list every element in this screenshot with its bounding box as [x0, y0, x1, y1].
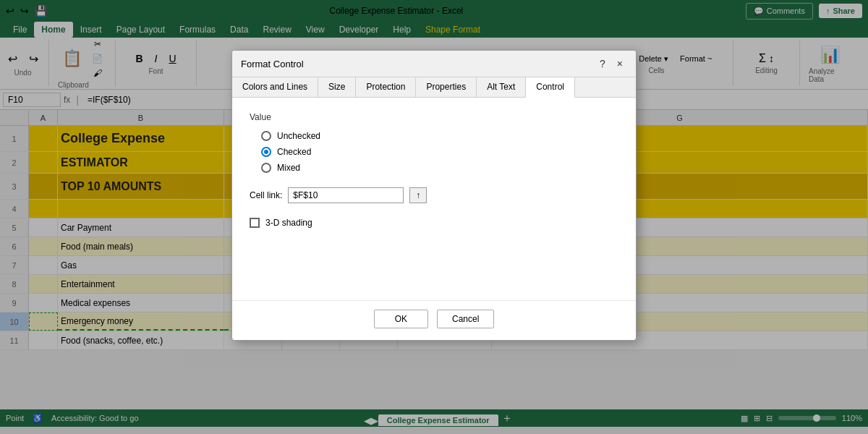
close-button[interactable]: × — [613, 56, 627, 71]
help-button[interactable]: ? — [595, 56, 610, 71]
radio-unchecked[interactable]: Unchecked — [261, 131, 618, 141]
radio-checked-label: Checked — [277, 147, 311, 157]
modal-overlay: Format Control ? × Colors and Lines Size… — [0, 0, 868, 434]
modal-body: Value Unchecked Checked Mixed — [232, 98, 636, 300]
modal-tabs: Colors and Lines Size Protection Propert… — [232, 77, 636, 98]
tab-size[interactable]: Size — [318, 77, 356, 97]
cancel-button[interactable]: Cancel — [437, 310, 494, 328]
radio-checked[interactable]: Checked — [261, 147, 618, 157]
radio-mixed[interactable]: Mixed — [261, 163, 618, 173]
format-control-dialog: Format Control ? × Colors and Lines Size… — [231, 50, 637, 341]
cell-link-input[interactable] — [288, 187, 404, 203]
radio-circle-mixed — [261, 163, 271, 173]
checkbox-3d-row: 3-D shading — [250, 218, 618, 228]
cell-link-browse-button[interactable]: ↑ — [409, 187, 427, 203]
checkbox-3d[interactable] — [250, 218, 260, 228]
radio-unchecked-label: Unchecked — [277, 131, 320, 141]
value-section-label: Value — [250, 112, 618, 122]
cell-link-label: Cell link: — [250, 190, 282, 200]
radio-circle-checked — [261, 147, 271, 157]
ok-button[interactable]: OK — [374, 310, 428, 328]
radio-group: Unchecked Checked Mixed — [261, 131, 618, 173]
modal-controls: ? × — [595, 56, 627, 71]
tab-protection[interactable]: Protection — [356, 77, 416, 97]
checkbox-3d-label: 3-D shading — [265, 218, 312, 228]
tab-alt-text[interactable]: Alt Text — [477, 77, 526, 97]
modal-title: Format Control — [241, 59, 304, 69]
radio-circle-unchecked — [261, 131, 271, 141]
radio-mixed-label: Mixed — [277, 163, 300, 173]
tab-control[interactable]: Control — [526, 77, 575, 98]
tab-properties[interactable]: Properties — [416, 77, 477, 97]
cell-link-row: Cell link: ↑ — [250, 187, 618, 203]
modal-header: Format Control ? × — [232, 51, 636, 77]
tab-colors-lines[interactable]: Colors and Lines — [232, 77, 318, 97]
modal-footer: OK Cancel — [232, 300, 636, 340]
